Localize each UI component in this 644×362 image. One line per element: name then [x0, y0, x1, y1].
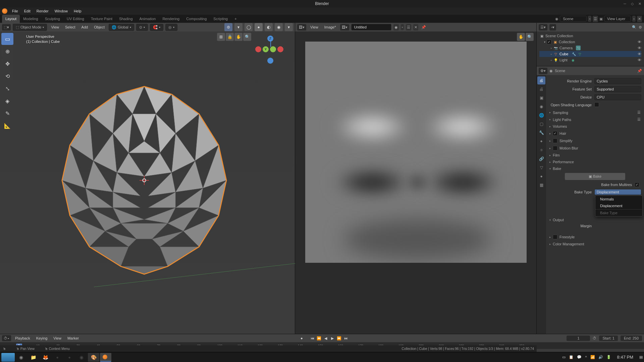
tab-add[interactable]: + — [231, 15, 240, 23]
menu-help[interactable]: Help — [71, 8, 84, 14]
dropdown-displacement[interactable]: Displacement — [595, 202, 642, 209]
outliner-display-icon[interactable]: ▫▾ — [549, 24, 556, 31]
outliner-type-icon[interactable]: ☰▾ — [539, 24, 547, 31]
bake-button[interactable]: ▣ Bake — [565, 173, 625, 180]
collection-check-icon[interactable] — [547, 40, 551, 44]
menu-window[interactable]: Window — [52, 8, 70, 14]
list-icon[interactable]: ☰ — [637, 117, 641, 122]
section-bake[interactable]: ▾Bake — [549, 166, 641, 172]
section-performance[interactable]: ▸Performance — [549, 159, 641, 165]
mode-select[interactable]: ⬚ Object Mode▾ — [13, 24, 47, 31]
ptab-modifier[interactable]: 🔧 — [537, 129, 545, 137]
tab-rendering[interactable]: Rendering — [159, 15, 183, 23]
tray-notif-icon[interactable]: ▤ — [639, 355, 643, 359]
tab-scripting[interactable]: Scripting — [210, 15, 231, 23]
axis-y-neg-icon[interactable] — [270, 46, 276, 52]
ie-browse-icon[interactable]: 🖼▾ — [340, 24, 349, 31]
close-icon[interactable]: ✕ — [637, 1, 642, 6]
maximize-icon[interactable]: ◇ — [630, 1, 635, 6]
menu-file[interactable]: File — [9, 8, 21, 14]
clock-icon[interactable]: ⏱ — [593, 336, 596, 340]
tab-texture-paint[interactable]: Texture Paint — [88, 15, 116, 23]
tool-transform[interactable]: ◈ — [1, 95, 13, 107]
section-motion-blur[interactable]: ▸Motion Blur — [549, 145, 641, 152]
tool-annotate[interactable]: ✎ — [1, 107, 13, 119]
start-frame[interactable]: Start: 1 — [599, 336, 618, 341]
tree-camera[interactable]: ▸ 📷 Camera ◹ 👁 — [539, 45, 641, 51]
ptab-physics[interactable]: ⚛ — [537, 146, 545, 154]
tl-view[interactable]: View — [51, 335, 63, 341]
end-frame[interactable]: End: 250 — [621, 336, 642, 341]
start-menu-icon[interactable] — [1, 353, 15, 362]
tree-cube[interactable]: ▸ ▽ Cube 🔧 ▽ 👁 — [539, 51, 641, 57]
tree-collection[interactable]: ▾ ▣ Collection 👁 — [539, 39, 641, 45]
search-icon[interactable]: 🔍 — [632, 25, 637, 29]
ptab-constraint[interactable]: 🔗 — [537, 155, 545, 163]
shade-menu-icon[interactable]: ▾ — [285, 23, 293, 31]
tray-desktop-icon[interactable]: ▭ — [562, 355, 566, 359]
current-frame[interactable]: 1 — [567, 336, 590, 341]
section-light-paths[interactable]: ▸Light Paths☰ — [549, 116, 641, 123]
simplify-checkbox[interactable] — [553, 138, 557, 143]
pin-icon[interactable]: 📌 — [637, 69, 642, 73]
tab-animation[interactable]: Animation — [136, 15, 159, 23]
tab-sculpting[interactable]: Sculpting — [42, 15, 63, 23]
ptab-output[interactable]: 🖨 — [537, 85, 545, 93]
section-simplify[interactable]: ▸Simplify — [549, 137, 641, 144]
shade-solid-icon[interactable]: ● — [255, 23, 263, 31]
scene-field[interactable]: Scene — [560, 16, 587, 22]
play-icon[interactable]: ▶ — [329, 335, 335, 341]
minimize-icon[interactable]: ─ — [623, 1, 627, 6]
vp-add[interactable]: Add — [79, 24, 90, 30]
tab-shading[interactable]: Shading — [116, 15, 136, 23]
overlay-menu-icon[interactable]: ▾ — [234, 23, 243, 31]
hand-icon[interactable]: ✋ — [234, 33, 243, 41]
vp-view[interactable]: View — [49, 24, 61, 30]
zoom-icon[interactable]: 🔍 — [243, 33, 251, 41]
tab-modeling[interactable]: Modeling — [20, 15, 42, 23]
task-obs-icon[interactable]: ◉ — [76, 353, 87, 362]
tool-move[interactable]: ✥ — [1, 58, 13, 70]
viewlayer-field[interactable]: View Layer — [604, 16, 631, 22]
section-output[interactable]: ▾Output — [549, 217, 641, 223]
menu-edit[interactable]: Edit — [21, 8, 33, 14]
pivot-select[interactable]: ⊙▾ — [136, 24, 148, 31]
ptab-particle[interactable]: ✦ — [537, 137, 545, 145]
snap-select[interactable]: 🧲▾ — [150, 24, 163, 31]
viewlayer-new-icon[interactable]: ▫ — [632, 16, 636, 22]
ie-close-icon[interactable]: ✕ — [413, 24, 418, 31]
ptab-object[interactable]: ▢ — [537, 120, 545, 128]
section-color-mgmt[interactable]: ▸Color Management — [549, 241, 641, 247]
tool-scale[interactable]: ⤡ — [1, 82, 13, 95]
section-hair[interactable]: ▸Hair — [549, 130, 641, 137]
list-icon[interactable]: ☰ — [637, 110, 641, 115]
section-freestyle[interactable]: ▸Freestyle — [549, 234, 641, 240]
ie-save-icon[interactable]: ◉ — [393, 24, 399, 31]
ie-image[interactable]: Image* — [322, 24, 338, 30]
task-app2-icon[interactable]: ▫ — [64, 353, 75, 362]
tl-type-icon[interactable]: ⏱▾ — [2, 335, 11, 341]
orient-select[interactable]: 🌐 Global▾ — [109, 24, 134, 31]
tool-rotate[interactable]: ⟲ — [1, 70, 13, 82]
task-files-icon[interactable]: 📁 — [28, 353, 39, 362]
tool-select[interactable]: ▭ — [1, 33, 13, 45]
ptab-texture[interactable]: ▦ — [537, 181, 545, 189]
ie-type-icon[interactable]: 🖼▾ — [297, 24, 306, 31]
axis-y-icon[interactable]: Y — [263, 46, 269, 52]
eye-icon[interactable]: 👁 — [638, 58, 641, 62]
ptab-render[interactable]: 🖨 — [537, 76, 545, 84]
shade-wire-icon[interactable]: ◯ — [245, 23, 253, 31]
tab-compositing[interactable]: Compositing — [183, 15, 210, 23]
tray-net-icon[interactable]: 📶 — [590, 355, 595, 359]
next-key-icon[interactable]: ⏩ — [336, 335, 342, 341]
osl-checkbox[interactable] — [594, 102, 599, 107]
tray-vol-icon[interactable]: 🔊 — [598, 355, 603, 359]
eye-icon[interactable]: 👁 — [638, 40, 641, 44]
ie-pin-icon[interactable]: 📌 — [420, 24, 427, 31]
vp-object[interactable]: Object — [92, 24, 107, 30]
motion-blur-checkbox[interactable] — [553, 146, 557, 150]
tray-discord-icon[interactable]: 💬 — [577, 355, 582, 359]
bake-type-select[interactable]: Displacement — [594, 189, 641, 195]
task-steam-icon[interactable]: ◉ — [15, 353, 27, 362]
ptab-mesh[interactable]: ▽ — [537, 164, 545, 172]
